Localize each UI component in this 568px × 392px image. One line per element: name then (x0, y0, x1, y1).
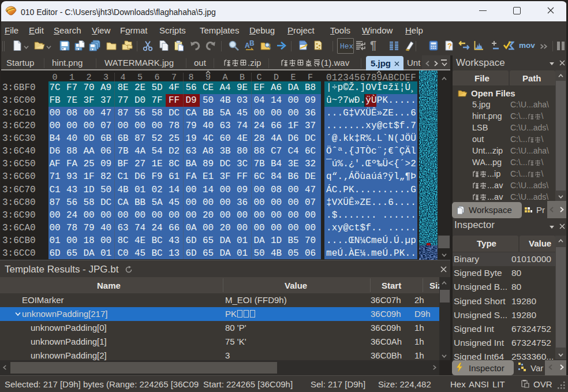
svg-text:?: ? (447, 42, 452, 50)
svg-text:B: B (249, 40, 255, 47)
